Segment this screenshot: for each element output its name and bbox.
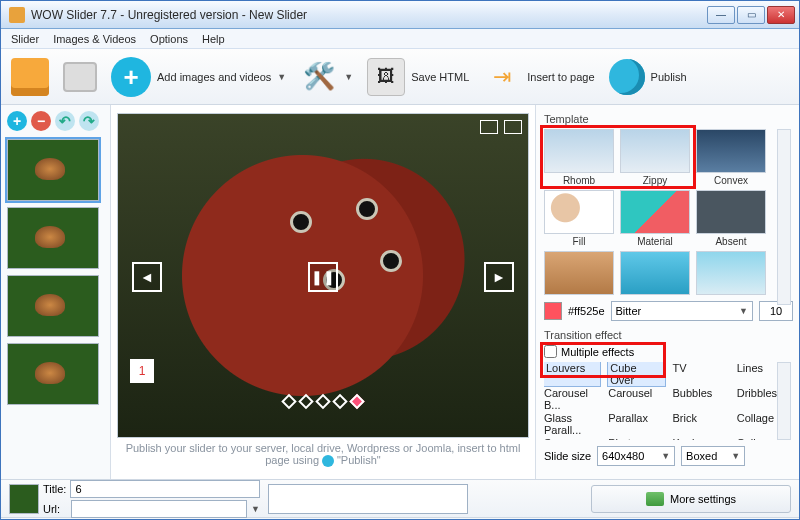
thumbnail-1[interactable] [7,139,99,201]
slide-size-label: Slide size [544,450,591,462]
settings-panel: Template Rhomb Zippy Convex Fill Materia… [535,105,799,479]
tools-icon: 🛠️ [300,58,338,96]
effects-scrollbar[interactable] [777,362,791,440]
title-label: Title: [43,483,66,495]
publish-label: Publish [651,71,687,83]
description-field[interactable] [268,484,468,514]
save-html-label: Save HTML [411,71,469,83]
add-slide-button[interactable]: + [7,111,27,131]
next-slide-button[interactable]: ► [484,262,514,292]
template-more-1[interactable] [544,251,614,295]
slide-size-combo[interactable]: 640x480▼ [597,446,675,466]
font-combo[interactable]: Bitter▼ [611,301,753,321]
effect-item[interactable]: Carousel B... [544,387,600,411]
disk-icon [63,62,97,92]
plus-icon: + [111,57,151,97]
chevron-down-icon: ▼ [344,72,353,82]
publish-hint-icon [322,455,334,467]
chevron-down-icon[interactable]: ▼ [251,504,260,514]
thumbnail-3[interactable] [7,275,99,337]
slide-preview: ◄ ❚❚ ► 1 [117,113,529,438]
template-section-label: Template [544,113,793,125]
rotate-left-button[interactable]: ↶ [55,111,75,131]
titlebar: WOW Slider 7.7 - Unregistered version - … [1,1,799,29]
color-hex: #ff525e [568,305,605,317]
effect-item[interactable]: Brick [673,412,729,436]
open-button[interactable] [11,58,49,96]
template-convex[interactable]: Convex [696,129,766,186]
window-title: WOW Slider 7.7 - Unregistered version - … [31,8,707,22]
prev-slide-button[interactable]: ◄ [132,262,162,292]
effect-item[interactable]: Parallax [608,412,664,436]
template-scrollbar[interactable] [777,129,791,305]
remove-slide-button[interactable]: − [31,111,51,131]
highlight-templates [540,125,696,189]
effect-item[interactable]: Seven [544,437,600,440]
minimize-button[interactable]: — [707,6,735,24]
template-fill[interactable]: Fill [544,190,614,247]
disk-button[interactable] [63,62,97,92]
pause-button[interactable]: ❚❚ [308,262,338,292]
menubar: Slider Images & Videos Options Help [1,29,799,49]
pager-dot[interactable] [315,393,331,409]
slide-pager [284,396,363,407]
thumbnail-panel: + − ↶ ↷ [1,105,111,479]
url-field[interactable] [71,500,247,518]
maximize-button[interactable]: ▭ [737,6,765,24]
add-images-button[interactable]: +Add images and videos▼ [111,57,286,97]
pager-dot-active[interactable] [349,393,365,409]
globe-icon [609,59,645,95]
add-images-label: Add images and videos [157,71,271,83]
transition-section-label: Transition effect [544,329,793,341]
effect-item[interactable]: Photo [608,437,664,440]
chevron-down-icon: ▼ [661,451,670,461]
chevron-down-icon: ▼ [277,72,286,82]
rotate-right-button[interactable]: ↷ [79,111,99,131]
bottom-bar: Title: 6 Url: ▼ More settings [1,479,799,517]
pager-dot[interactable] [281,393,297,409]
thumbnail-4[interactable] [7,343,99,405]
fullscreen-icon[interactable] [504,120,522,134]
effect-item[interactable]: Bubbles [673,387,729,411]
template-more-2[interactable] [620,251,690,295]
expand-icon[interactable] [480,120,498,134]
effect-item[interactable]: Carousel [608,387,664,411]
properties-button[interactable]: 🛠️▼ [300,58,353,96]
effect-item[interactable]: Kenburns [673,437,729,440]
save-icon: 🖼 [367,58,405,96]
menu-images-videos[interactable]: Images & Videos [53,33,136,45]
color-swatch[interactable] [544,302,562,320]
app-icon [9,7,25,23]
pager-dot[interactable] [298,393,314,409]
effect-item[interactable]: Glass Parall... [544,412,600,436]
insert-icon: ⇥ [483,58,521,96]
insert-page-label: Insert to page [527,71,594,83]
highlight-effects [540,342,666,378]
preview-panel: ◄ ❚❚ ► 1 Publish your slider to your ser… [111,105,535,479]
slide-number-badge: 1 [130,359,154,383]
menu-options[interactable]: Options [150,33,188,45]
publish-button[interactable]: Publish [609,59,687,95]
close-button[interactable]: ✕ [767,6,795,24]
url-label: Url: [43,503,67,515]
fit-mode-combo[interactable]: Boxed▼ [681,446,745,466]
insert-page-button[interactable]: ⇥Insert to page [483,58,594,96]
toolbar: +Add images and videos▼ 🛠️▼ 🖼Save HTML ⇥… [1,49,799,105]
menu-slider[interactable]: Slider [11,33,39,45]
pager-dot[interactable] [332,393,348,409]
template-material[interactable]: Material [620,190,690,247]
settings-image-icon [646,492,664,506]
effect-item[interactable]: TV [673,362,729,386]
menu-help[interactable]: Help [202,33,225,45]
template-more-3[interactable] [696,251,766,295]
save-html-button[interactable]: 🖼Save HTML [367,58,469,96]
selected-thumbnail [9,484,39,514]
chevron-down-icon: ▼ [739,306,748,316]
thumbnail-2[interactable] [7,207,99,269]
folder-open-icon [11,58,49,96]
publish-hint: Publish your slider to your server, loca… [117,438,529,471]
template-absent[interactable]: Absent [696,190,766,247]
title-field[interactable]: 6 [70,480,260,498]
chevron-down-icon: ▼ [731,451,740,461]
more-settings-button[interactable]: More settings [591,485,791,513]
